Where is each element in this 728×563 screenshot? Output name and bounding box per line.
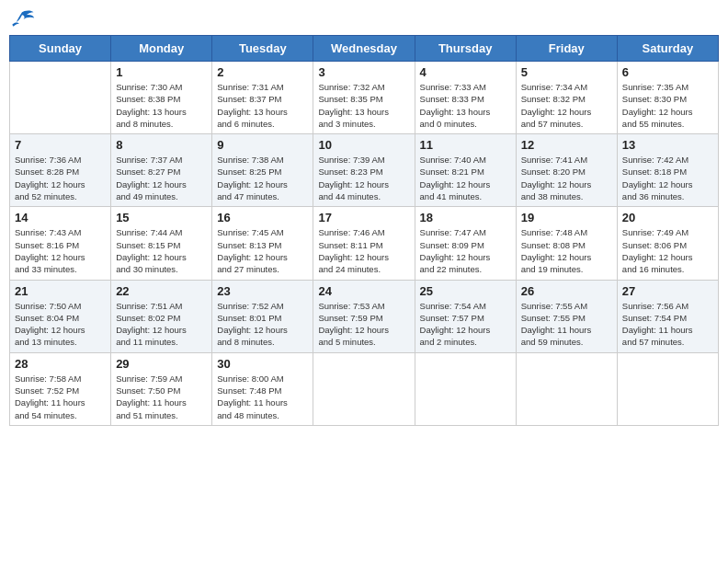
day-info: Sunrise: 7:36 AM Sunset: 8:28 PM Dayligh… — [15, 154, 106, 202]
calendar-header-row: SundayMondayTuesdayWednesdayThursdayFrid… — [10, 36, 719, 62]
day-number: 28 — [15, 357, 106, 371]
day-info: Sunrise: 7:47 AM Sunset: 8:09 PM Dayligh… — [420, 226, 511, 275]
calendar-cell: 10Sunrise: 7:39 AM Sunset: 8:23 PM Dayli… — [313, 134, 415, 207]
col-header-wednesday: Wednesday — [313, 36, 415, 62]
day-number: 14 — [15, 211, 106, 224]
calendar-cell: 14Sunrise: 7:43 AM Sunset: 8:16 PM Dayli… — [10, 207, 111, 280]
calendar-week-1: 1Sunrise: 7:30 AM Sunset: 8:38 PM Daylig… — [10, 62, 719, 134]
day-info: Sunrise: 7:49 AM Sunset: 8:06 PM Dayligh… — [622, 226, 713, 275]
day-number: 13 — [622, 138, 713, 152]
calendar-week-3: 14Sunrise: 7:43 AM Sunset: 8:16 PM Dayli… — [10, 207, 719, 280]
calendar-cell: 18Sunrise: 7:47 AM Sunset: 8:09 PM Dayli… — [415, 207, 516, 280]
calendar-cell — [415, 352, 516, 425]
day-number: 23 — [217, 284, 308, 298]
day-info: Sunrise: 7:42 AM Sunset: 8:18 PM Dayligh… — [622, 154, 713, 202]
day-info: Sunrise: 7:31 AM Sunset: 8:37 PM Dayligh… — [217, 81, 308, 130]
day-number: 3 — [318, 65, 409, 79]
calendar-table: SundayMondayTuesdayWednesdayThursdayFrid… — [9, 35, 719, 426]
day-number: 24 — [318, 284, 409, 298]
day-number: 22 — [116, 284, 207, 298]
calendar-cell: 30Sunrise: 8:00 AM Sunset: 7:48 PM Dayli… — [212, 352, 313, 425]
calendar-cell: 21Sunrise: 7:50 AM Sunset: 8:04 PM Dayli… — [10, 280, 111, 352]
day-info: Sunrise: 7:54 AM Sunset: 7:57 PM Dayligh… — [420, 300, 511, 349]
day-number: 30 — [217, 357, 308, 371]
calendar-cell: 23Sunrise: 7:52 AM Sunset: 8:01 PM Dayli… — [212, 280, 313, 352]
day-number: 17 — [318, 211, 409, 224]
calendar-cell: 28Sunrise: 7:58 AM Sunset: 7:52 PM Dayli… — [10, 352, 111, 425]
calendar-cell: 11Sunrise: 7:40 AM Sunset: 8:21 PM Dayli… — [415, 134, 516, 207]
calendar-cell: 12Sunrise: 7:41 AM Sunset: 8:20 PM Dayli… — [516, 134, 617, 207]
day-info: Sunrise: 7:44 AM Sunset: 8:15 PM Dayligh… — [116, 226, 207, 275]
day-info: Sunrise: 7:56 AM Sunset: 7:54 PM Dayligh… — [622, 300, 713, 349]
calendar-cell: 24Sunrise: 7:53 AM Sunset: 7:59 PM Dayli… — [313, 280, 415, 352]
day-number: 25 — [420, 284, 511, 298]
col-header-thursday: Thursday — [415, 36, 516, 62]
day-number: 6 — [622, 65, 713, 79]
calendar-cell: 3Sunrise: 7:32 AM Sunset: 8:35 PM Daylig… — [313, 62, 415, 134]
col-header-monday: Monday — [111, 36, 212, 62]
day-info: Sunrise: 7:32 AM Sunset: 8:35 PM Dayligh… — [318, 81, 409, 130]
day-number: 8 — [116, 138, 207, 152]
calendar-cell — [516, 352, 617, 425]
calendar-cell: 1Sunrise: 7:30 AM Sunset: 8:38 PM Daylig… — [111, 62, 212, 134]
day-info: Sunrise: 8:00 AM Sunset: 7:48 PM Dayligh… — [217, 373, 308, 421]
day-info: Sunrise: 7:55 AM Sunset: 7:55 PM Dayligh… — [521, 300, 612, 349]
day-number: 15 — [116, 211, 207, 224]
calendar-cell: 6Sunrise: 7:35 AM Sunset: 8:30 PM Daylig… — [617, 62, 718, 134]
day-info: Sunrise: 7:48 AM Sunset: 8:08 PM Dayligh… — [521, 226, 612, 275]
day-info: Sunrise: 7:46 AM Sunset: 8:11 PM Dayligh… — [318, 226, 409, 275]
day-number: 10 — [318, 138, 409, 152]
calendar-cell: 27Sunrise: 7:56 AM Sunset: 7:54 PM Dayli… — [617, 280, 718, 352]
calendar-cell: 19Sunrise: 7:48 AM Sunset: 8:08 PM Dayli… — [516, 207, 617, 280]
day-number: 19 — [521, 211, 612, 224]
calendar-cell — [313, 352, 415, 425]
day-number: 16 — [217, 211, 308, 224]
day-info: Sunrise: 7:39 AM Sunset: 8:23 PM Dayligh… — [318, 154, 409, 202]
day-info: Sunrise: 7:40 AM Sunset: 8:21 PM Dayligh… — [420, 154, 511, 202]
day-info: Sunrise: 7:52 AM Sunset: 8:01 PM Dayligh… — [217, 300, 308, 349]
day-info: Sunrise: 7:38 AM Sunset: 8:25 PM Dayligh… — [217, 154, 308, 202]
col-header-friday: Friday — [516, 36, 617, 62]
day-number: 2 — [217, 65, 308, 79]
day-info: Sunrise: 7:33 AM Sunset: 8:33 PM Dayligh… — [420, 81, 511, 130]
day-number: 11 — [420, 138, 511, 152]
col-header-saturday: Saturday — [617, 36, 718, 62]
day-number: 26 — [521, 284, 612, 298]
calendar-cell: 8Sunrise: 7:37 AM Sunset: 8:27 PM Daylig… — [111, 134, 212, 207]
day-info: Sunrise: 7:30 AM Sunset: 8:38 PM Dayligh… — [116, 81, 207, 130]
calendar-week-5: 28Sunrise: 7:58 AM Sunset: 7:52 PM Dayli… — [10, 352, 719, 425]
day-number: 5 — [521, 65, 612, 79]
logo — [9, 9, 39, 29]
calendar-cell: 13Sunrise: 7:42 AM Sunset: 8:18 PM Dayli… — [617, 134, 718, 207]
calendar-cell: 26Sunrise: 7:55 AM Sunset: 7:55 PM Dayli… — [516, 280, 617, 352]
day-number: 18 — [420, 211, 511, 224]
logo-bird-icon — [9, 9, 35, 29]
day-number: 7 — [15, 138, 106, 152]
col-header-tuesday: Tuesday — [212, 36, 313, 62]
calendar-cell: 15Sunrise: 7:44 AM Sunset: 8:15 PM Dayli… — [111, 207, 212, 280]
day-info: Sunrise: 7:51 AM Sunset: 8:02 PM Dayligh… — [116, 300, 207, 349]
calendar-cell: 4Sunrise: 7:33 AM Sunset: 8:33 PM Daylig… — [415, 62, 516, 134]
day-info: Sunrise: 7:35 AM Sunset: 8:30 PM Dayligh… — [622, 81, 713, 130]
day-number: 21 — [15, 284, 106, 298]
day-info: Sunrise: 7:37 AM Sunset: 8:27 PM Dayligh… — [116, 154, 207, 202]
calendar-cell: 2Sunrise: 7:31 AM Sunset: 8:37 PM Daylig… — [212, 62, 313, 134]
calendar-cell: 29Sunrise: 7:59 AM Sunset: 7:50 PM Dayli… — [111, 352, 212, 425]
day-info: Sunrise: 7:50 AM Sunset: 8:04 PM Dayligh… — [15, 300, 106, 349]
page-header — [9, 9, 719, 29]
col-header-sunday: Sunday — [10, 36, 111, 62]
calendar-cell: 16Sunrise: 7:45 AM Sunset: 8:13 PM Dayli… — [212, 207, 313, 280]
day-info: Sunrise: 7:41 AM Sunset: 8:20 PM Dayligh… — [521, 154, 612, 202]
day-info: Sunrise: 7:45 AM Sunset: 8:13 PM Dayligh… — [217, 226, 308, 275]
day-info: Sunrise: 7:59 AM Sunset: 7:50 PM Dayligh… — [116, 373, 207, 421]
calendar-week-2: 7Sunrise: 7:36 AM Sunset: 8:28 PM Daylig… — [10, 134, 719, 207]
day-info: Sunrise: 7:43 AM Sunset: 8:16 PM Dayligh… — [15, 226, 106, 275]
day-number: 20 — [622, 211, 713, 224]
calendar-cell: 7Sunrise: 7:36 AM Sunset: 8:28 PM Daylig… — [10, 134, 111, 207]
day-info: Sunrise: 7:58 AM Sunset: 7:52 PM Dayligh… — [15, 373, 106, 421]
calendar-cell: 5Sunrise: 7:34 AM Sunset: 8:32 PM Daylig… — [516, 62, 617, 134]
calendar-cell: 22Sunrise: 7:51 AM Sunset: 8:02 PM Dayli… — [111, 280, 212, 352]
calendar-cell: 9Sunrise: 7:38 AM Sunset: 8:25 PM Daylig… — [212, 134, 313, 207]
day-number: 9 — [217, 138, 308, 152]
calendar-cell — [617, 352, 718, 425]
